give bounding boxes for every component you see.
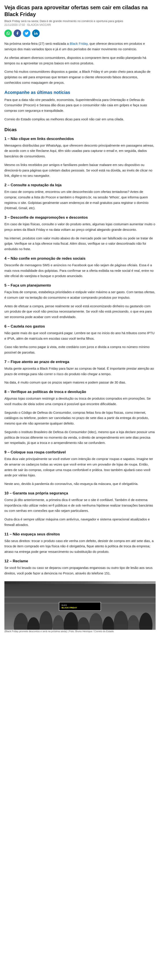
tip-6-p1: Caso não tenha como pagar à vista, evite…: [5, 344, 155, 355]
article-source: Black Friday será na sexta; Data é de gr…: [5, 19, 155, 23]
tip-5: 5 – Faça um planejamentoFaça lista de co…: [5, 283, 155, 320]
image-caption: (Black Friday promete descontos e será n…: [5, 630, 155, 633]
tip-heading-6: 6 – Cautela nos gastos: [5, 324, 155, 329]
tip-heading-4: 4 – Não confie em promoção de redes soci…: [5, 256, 155, 261]
tip-12: 12 – ReclameSe você foi lesado ou caso s…: [5, 559, 155, 576]
tip-heading-1: 1 – Não clique em links desconhecidos: [5, 137, 155, 141]
section-heading: Acompanhe as últimas notícias: [5, 90, 155, 95]
tip-3: 3 – Desconfie de megapromoções e descont…: [5, 215, 155, 252]
article-image-container: BLACK BLACK FRIDAY (Black Friday promete…: [5, 581, 155, 633]
tip-10-p0: Como já dito anteriormente, a primeira d…: [5, 497, 155, 514]
linkedin-share-button[interactable]: [32, 30, 40, 37]
tip-5-p0: Faça lista de compras, estabeleça priori…: [5, 290, 155, 301]
tip-8-p2: Segundo o Instituto Brasileiro de Defesa…: [5, 430, 155, 446]
tip-4-p0: Desconfie de mensagens SMS e anúncios no…: [5, 262, 155, 279]
tip-9: 9 – Coloque sua roupa confortávelEsta di…: [5, 450, 155, 487]
tip-1-p1: Mesmo os links recebidos por amigos e fa…: [5, 162, 155, 178]
svg-rect-3: [5, 597, 155, 598]
tip-9-p0: Esta dica vale principalmente se você es…: [5, 456, 155, 478]
tip-2: 2 – Consulte a reputação da lojaEm caso …: [5, 183, 155, 211]
tip-heading-8: 8 – Verifique as políticas de troca e de…: [5, 390, 155, 394]
svg-point-0: [34, 32, 35, 32]
intro-p3: Como há muitos consumidores dispostos a …: [5, 69, 155, 85]
tip-5-p1: Antes de efetuar a compra, pense realmen…: [5, 304, 155, 320]
tip-2-p0: Em caso de compra online, encontrou um s…: [5, 189, 155, 211]
tip-11-p0: São seus direitos: trocar o produto caso…: [5, 538, 155, 555]
tip-1-p0: Mensagens distribuídas por WhatsApp, que…: [5, 143, 155, 159]
social-share-bar: [5, 30, 155, 37]
svg-text:BLACK FRIDAY: BLACK FRIDAY: [62, 607, 77, 609]
tip-4: 4 – Não confie em promoção de redes soci…: [5, 256, 155, 279]
article-container: Veja dicas para aproveitar ofertas sem c…: [0, 0, 160, 644]
section-p1: Para que a data não vire pesadelo, econo…: [5, 97, 155, 113]
tip-heading-3: 3 – Desconfie de megapromoções e descont…: [5, 215, 155, 220]
tip-8-p1: Segundo o Código de Defesa do Consumidor…: [5, 410, 155, 426]
article-body: Na próxima sexta-feira (27) será realiza…: [5, 41, 155, 633]
tip-10-p1: Outra dica é sempre utilizar máquina com…: [5, 517, 155, 528]
tip-3-p1: Na internet, produtos com valor muito ab…: [5, 235, 155, 252]
tip-7: 7 – Fique atento ao prazo de entregaMuit…: [5, 360, 155, 385]
article-date: 21/11/2020 17:02 · GLAÚCIA VACCARI: [5, 23, 155, 27]
tip-heading-10: 10 – Garanta sua própria segurança: [5, 491, 155, 495]
tip-10: 10 – Garanta sua própria segurançaComo j…: [5, 491, 155, 528]
tip-12-p0: Se você foi lesado ou caso se deparou co…: [5, 565, 155, 576]
tip-11: 11 – Não esqueça seus direitosSão seus d…: [5, 532, 155, 555]
intro-p1: Na próxima sexta-feira (27) será realiza…: [5, 41, 155, 52]
section-p2: Correio do Estado compilou as melhores d…: [5, 117, 155, 122]
tip-heading-5: 5 – Faça um planejamento: [5, 283, 155, 288]
tip-6-p0: Não gaste mais do que você conseguirá pa…: [5, 331, 155, 341]
whatsapp-share-button[interactable]: [5, 30, 12, 37]
tip-3-p0: Em caso de lojas físicas, consulte o val…: [5, 221, 155, 232]
tip-8-p0: Algumas lojas costumam restringir a devo…: [5, 396, 155, 407]
tips-container: 1 – Não clique em links desconhecidosMen…: [5, 137, 155, 576]
dicas-heading: Dicas: [5, 127, 155, 132]
intro-p2: As ofertas atraem diversos consumidores,…: [5, 55, 155, 66]
tip-9-p1: Neste ano, devido à pandemia do coronaví…: [5, 481, 155, 487]
tip-heading-11: 11 – Não esqueça seus direitos: [5, 532, 155, 536]
tip-7-p0: Muita gente aproveita a Black Friday par…: [5, 366, 155, 377]
black-friday-link[interactable]: Black Friday: [70, 42, 87, 45]
article-image: BLACK BLACK FRIDAY: [5, 581, 155, 630]
tip-heading-2: 2 – Consulte a reputação da loja: [5, 183, 155, 187]
svg-text:BLACK: BLACK: [62, 605, 67, 606]
tip-1: 1 – Não clique em links desconhecidosMen…: [5, 137, 155, 179]
tip-heading-12: 12 – Reclame: [5, 559, 155, 563]
facebook-share-button[interactable]: [14, 30, 21, 37]
tip-8: 8 – Verifique as políticas de troca e de…: [5, 390, 155, 446]
article-title: Veja dicas para aproveitar ofertas sem c…: [5, 4, 155, 18]
tip-heading-7: 7 – Fique atento ao prazo de entrega: [5, 360, 155, 364]
twitter-share-button[interactable]: [23, 30, 30, 37]
tip-heading-9: 9 – Coloque sua roupa confortável: [5, 450, 155, 455]
tip-6: 6 – Cautela nos gastosNão gaste mais do …: [5, 324, 155, 355]
tip-7-p1: Na data, é muito comum que os prazos sej…: [5, 380, 155, 385]
